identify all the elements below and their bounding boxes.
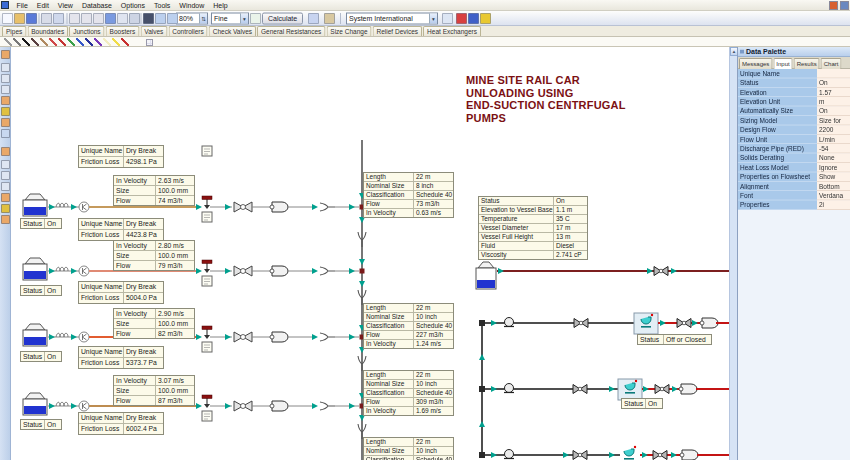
friction-table[interactable]: Unique NameDry BreakFriction Loss4423.8 … bbox=[78, 218, 164, 241]
valve2-tool-icon[interactable] bbox=[1, 204, 10, 213]
pump-status-table[interactable]: StatusOff or Closed bbox=[637, 334, 712, 345]
calculate-button[interactable]: Calculate bbox=[262, 13, 303, 25]
velocity-table[interactable]: In Velocity3.07 m/sSize100.0 mmFlow87 m3… bbox=[113, 375, 195, 406]
tab-valves[interactable]: Valves bbox=[140, 26, 167, 36]
velocity-table[interactable]: In Velocity2.63 m/sSize100.0 mmFlow74 m3… bbox=[113, 175, 195, 206]
output-icon[interactable] bbox=[468, 13, 479, 24]
chevron-down-icon[interactable]: ▾ bbox=[429, 14, 437, 24]
check-valve-icon[interactable] bbox=[682, 450, 698, 460]
zoom-level-combo[interactable]: 80%⇅ bbox=[176, 13, 208, 25]
menu-options[interactable]: Options bbox=[116, 0, 149, 10]
palette-row[interactable]: Flow UnitL/min bbox=[738, 135, 850, 144]
palette-row[interactable]: StatusOn bbox=[738, 78, 850, 87]
vessel-tool-icon[interactable] bbox=[1, 118, 10, 127]
friction-table[interactable]: Unique NameDry BreakFriction Loss5004.0 … bbox=[78, 281, 164, 304]
wye-icon[interactable] bbox=[320, 402, 335, 410]
junction-icon[interactable] bbox=[79, 332, 89, 342]
pipe-style-swatch[interactable] bbox=[76, 38, 84, 46]
undo-icon[interactable] bbox=[105, 13, 116, 24]
coupling-icon[interactable] bbox=[202, 146, 212, 156]
vessel-table[interactable]: StatusOnElevation to Vessel Base1.1 mTem… bbox=[478, 196, 588, 260]
palette-tab-messages[interactable]: Messages bbox=[739, 58, 772, 69]
pipe-style-swatch[interactable] bbox=[121, 38, 129, 46]
flex-hose-tool-icon[interactable] bbox=[1, 63, 10, 72]
tab-pipes[interactable]: Pipes bbox=[2, 26, 26, 36]
spinner-icon[interactable]: ⇅ bbox=[199, 14, 207, 24]
palette-row[interactable]: FontVerdana bbox=[738, 191, 850, 200]
palette-row[interactable]: Solids DeratingNone bbox=[738, 154, 850, 163]
palette-row[interactable]: Automatically SizeOn bbox=[738, 107, 850, 116]
pipe-style-swatch[interactable] bbox=[49, 38, 57, 46]
units-combo[interactable]: System International▾ bbox=[346, 13, 438, 25]
pump-icon[interactable] bbox=[505, 450, 514, 459]
copy-icon[interactable] bbox=[81, 13, 92, 24]
canvas-vscrollbar[interactable]: ▲ bbox=[729, 47, 737, 460]
text-tool-icon[interactable] bbox=[117, 13, 128, 24]
junction-icon[interactable] bbox=[79, 401, 89, 411]
pipe-table[interactable]: Length22 mNominal Size8 inchClassificati… bbox=[363, 172, 454, 218]
tank-status-table[interactable]: StatusOn bbox=[20, 419, 62, 430]
palette-row[interactable]: Sizing ModelSize for bbox=[738, 116, 850, 125]
print-icon[interactable] bbox=[41, 13, 52, 24]
elbow-tool-icon[interactable] bbox=[1, 129, 10, 138]
pump2-tool-icon[interactable] bbox=[1, 193, 10, 202]
pipe-style-swatch[interactable] bbox=[22, 38, 30, 46]
junction-icon[interactable] bbox=[79, 202, 89, 212]
cut-icon[interactable] bbox=[69, 13, 80, 24]
pipe-style-swatch[interactable] bbox=[112, 38, 120, 46]
tank-tool-icon[interactable] bbox=[1, 50, 10, 59]
menu-database[interactable]: Database bbox=[77, 0, 116, 10]
highlight-icon[interactable] bbox=[480, 13, 491, 24]
pipe-style-swatch[interactable] bbox=[58, 38, 66, 46]
pipe-table[interactable]: Length22 mNominal Size10 inchClassificat… bbox=[363, 303, 454, 349]
relief-valve-icon[interactable] bbox=[202, 260, 212, 264]
junction-tool-icon[interactable] bbox=[1, 74, 10, 83]
menu-window[interactable]: Window bbox=[175, 0, 209, 10]
model-data-icon[interactable] bbox=[324, 13, 335, 24]
pump-status-table[interactable]: StatusOn bbox=[621, 398, 663, 409]
pipe-table[interactable]: Length22 mNominal Size10 inchClassificat… bbox=[363, 437, 454, 460]
relief-valve-icon[interactable] bbox=[202, 326, 212, 330]
menu-edit[interactable]: Edit bbox=[32, 0, 53, 10]
tab-boosters[interactable]: Boosters bbox=[106, 26, 140, 36]
palette-row[interactable]: AlignmentBottom bbox=[738, 182, 850, 191]
coupling-icon[interactable] bbox=[202, 411, 212, 421]
elbow-icon[interactable] bbox=[479, 452, 485, 458]
tank2-tool-icon[interactable] bbox=[1, 147, 10, 156]
vessel2-tool-icon[interactable] bbox=[1, 215, 10, 224]
check-valve-icon[interactable] bbox=[681, 384, 697, 394]
pipe-style-swatch[interactable] bbox=[85, 38, 93, 46]
junction-icon[interactable] bbox=[79, 266, 89, 276]
velocity-table[interactable]: In Velocity2.80 m/sSize100.0 mmFlow79 m3… bbox=[113, 240, 195, 271]
save-icon[interactable] bbox=[26, 13, 37, 24]
tank-status-table[interactable]: StatusOn bbox=[20, 285, 62, 296]
elbow-icon[interactable] bbox=[479, 320, 485, 326]
paste-icon[interactable] bbox=[93, 13, 104, 24]
menu-view[interactable]: View bbox=[53, 0, 77, 10]
tab-general-resistances[interactable]: General Resistances bbox=[257, 26, 325, 36]
calculate-check-icon[interactable] bbox=[250, 13, 261, 24]
tab-junctions[interactable]: Junctions bbox=[69, 26, 104, 36]
tab-controllers[interactable]: Controllers bbox=[168, 26, 207, 36]
palette-row[interactable]: Properties2i bbox=[738, 201, 850, 210]
window-icon[interactable] bbox=[840, 1, 849, 10]
workspace-icon[interactable] bbox=[308, 13, 319, 24]
tab-relief-devices[interactable]: Relief Devices bbox=[373, 26, 423, 36]
flex-hose-icon[interactable] bbox=[56, 333, 68, 337]
pump-icon[interactable] bbox=[505, 318, 514, 327]
junction2-tool-icon[interactable] bbox=[1, 171, 10, 180]
chevron-down-icon[interactable]: ▾ bbox=[240, 14, 248, 24]
friction-table[interactable]: Unique NameDry BreakFriction Loss4298.1 … bbox=[78, 145, 164, 168]
wye-icon[interactable] bbox=[320, 203, 335, 211]
flex-hose-icon[interactable] bbox=[56, 203, 68, 207]
menu-tools[interactable]: Tools bbox=[149, 0, 174, 10]
velocity-table[interactable]: In Velocity2.90 m/sSize100.0 mmFlow82 m3… bbox=[113, 308, 195, 339]
wye-icon[interactable] bbox=[320, 333, 335, 341]
palette-row[interactable]: Discharge Pipe (RED)-54 bbox=[738, 144, 850, 153]
branch-tool-icon[interactable] bbox=[1, 85, 10, 94]
menu-help[interactable]: Help bbox=[209, 0, 232, 10]
palette-row[interactable]: Design Flow2200 bbox=[738, 125, 850, 134]
flex-hose-icon[interactable] bbox=[56, 402, 68, 406]
palette-row[interactable]: Unique Name bbox=[738, 69, 850, 78]
menu-file[interactable]: File bbox=[12, 0, 32, 10]
